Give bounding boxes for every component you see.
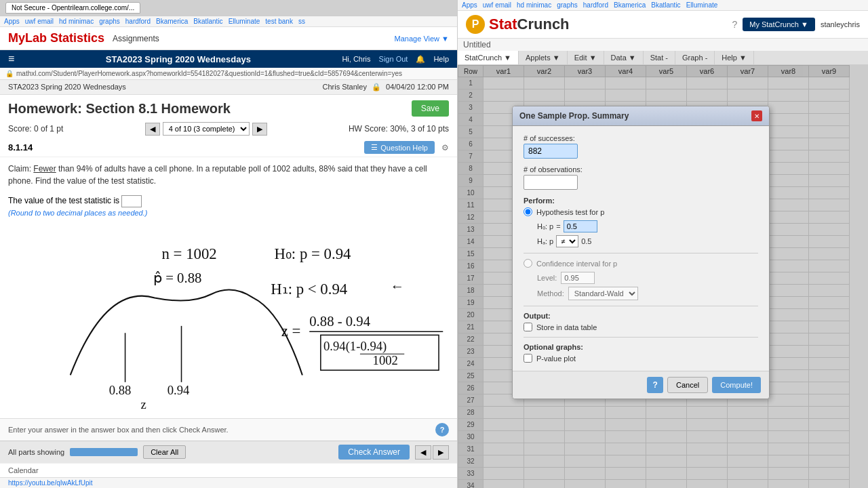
- prev-question-btn[interactable]: ◀: [145, 123, 160, 136]
- sc-bookmark-bkatlantic[interactable]: Bkatlantic: [651, 1, 680, 9]
- url-text[interactable]: mathxl.com/Student/PlayerHomework.aspx?h…: [16, 70, 452, 77]
- sc-header-right: ? My StatCrunch ▼ stanleychris: [732, 18, 860, 31]
- menu-help[interactable]: Help ▼: [715, 51, 754, 64]
- gear-icon[interactable]: ⚙: [441, 143, 449, 152]
- store-in-table-checkbox[interactable]: [524, 323, 532, 331]
- left-panel: Not Secure - Opentrilearn.college.com/..…: [0, 0, 458, 488]
- bookmark-apps[interactable]: Apps: [4, 18, 20, 25]
- observations-input[interactable]: [524, 175, 578, 190]
- h0-label: H₀: p: [537, 222, 553, 231]
- menu-applets[interactable]: Applets ▼: [519, 51, 568, 64]
- h0-equals: =: [556, 222, 560, 230]
- calendar-item[interactable]: Calendar: [0, 463, 457, 477]
- next-question-btn[interactable]: ▶: [252, 123, 267, 136]
- h0-value-input[interactable]: [564, 220, 597, 232]
- menu-stat[interactable]: Stat -: [644, 51, 675, 64]
- ha-operator-select[interactable]: ≠ < >: [556, 235, 578, 247]
- test-value-prefix: The value of the test statistic is: [8, 196, 119, 205]
- menu-edit[interactable]: Edit ▼: [568, 51, 604, 64]
- hi-chris: Hi, Chris: [342, 55, 370, 63]
- modal-footer: ? Cancel Compute!: [513, 371, 769, 399]
- svg-text:z: z: [140, 397, 146, 411]
- save-button[interactable]: Save: [412, 100, 449, 117]
- mylab-nav: Assignments: [113, 34, 159, 43]
- p-value-plot-checkbox[interactable]: [524, 354, 532, 363]
- bookmark-graphs[interactable]: graphs: [99, 18, 120, 25]
- assignments-link[interactable]: Assignments: [113, 34, 159, 43]
- claim-text: Claim: Fewer than 94% of adults have a c…: [0, 157, 457, 192]
- successes-input[interactable]: [524, 144, 578, 159]
- answer-input-box[interactable]: [121, 195, 142, 207]
- bookmark-hardford[interactable]: hardford: [125, 18, 151, 25]
- answer-help-icon[interactable]: ?: [435, 423, 449, 436]
- sc-bookmark-bkamerica[interactable]: Bkamerica: [614, 1, 646, 9]
- svg-text:1002: 1002: [373, 353, 398, 367]
- p-value-plot-label: P-value plot: [536, 354, 576, 363]
- check-answer-button[interactable]: Check Answer: [338, 445, 410, 460]
- question-select[interactable]: 4 of 10 (3 complete): [163, 122, 250, 136]
- method-select[interactable]: Standard-Wald: [568, 287, 638, 300]
- mylab-header: MyLab Statistics Assignments Manage View…: [0, 27, 457, 50]
- modal-close-button[interactable]: ✕: [751, 110, 762, 121]
- all-parts-label: All parts showing: [8, 448, 64, 456]
- modal-help-button[interactable]: ?: [647, 377, 663, 393]
- method-label: Method:: [537, 289, 564, 298]
- sc-bookmark-hd[interactable]: hd minimac: [517, 1, 551, 9]
- bookmark-testbank[interactable]: test bank: [265, 18, 293, 25]
- modal-cancel-button[interactable]: Cancel: [667, 377, 708, 393]
- handwriting-area: n = 1002 p̂ = 0.88 H₀: p = 0.94 H₁: p < …: [0, 220, 457, 418]
- divider-2: [524, 306, 758, 306]
- hypothesis-radio[interactable]: [524, 207, 532, 216]
- menu-statcrunch[interactable]: StatCrunch ▼: [458, 51, 519, 64]
- sign-out-link[interactable]: Sign Out: [379, 55, 408, 63]
- browser-tabs: Not Secure - Opentrilearn.college.com/..…: [0, 0, 457, 16]
- top-nav: ≡ STA2023 Spring 2020 Wednesdays Hi, Chr…: [0, 50, 457, 68]
- modal-compute-button[interactable]: Compute!: [712, 377, 761, 393]
- sc-bookmark-hardford[interactable]: hardford: [583, 1, 608, 9]
- clear-all-button[interactable]: Clear All: [143, 445, 186, 459]
- bookmark-bkamerica[interactable]: Bkamerica: [156, 18, 188, 25]
- svg-text:z =: z =: [281, 323, 301, 340]
- menu-graph[interactable]: Graph -: [675, 51, 715, 64]
- one-sample-prop-modal: One Sample Prop. Summary ✕ # of successe…: [512, 106, 770, 399]
- help-link[interactable]: Help: [433, 55, 449, 63]
- bookmark-elluminate[interactable]: Elluminate: [229, 18, 260, 25]
- bookmark-ss[interactable]: ss: [298, 18, 305, 25]
- sc-help-icon[interactable]: ?: [732, 19, 737, 30]
- next-btn[interactable]: ▶: [433, 445, 449, 460]
- svg-text:n = 1002: n = 1002: [161, 245, 216, 262]
- sc-bookmark-graphs[interactable]: graphs: [557, 1, 578, 9]
- confidence-radio-row: Confidence interval for p: [524, 259, 758, 268]
- observations-label: # of observations:: [524, 165, 758, 174]
- store-in-table-label: Store in data table: [536, 323, 597, 331]
- confidence-level-input[interactable]: [561, 272, 595, 284]
- hypothesis-radio-label: Hypothesis test for p: [536, 208, 604, 216]
- modal-body: # of successes: # of observations: Perfo…: [513, 126, 769, 371]
- statcrunch-logo-icon: P: [466, 15, 485, 34]
- menu-data[interactable]: Data ▼: [604, 51, 644, 64]
- svg-text:←: ←: [390, 279, 404, 293]
- handwriting-svg: n = 1002 p̂ = 0.88 H₀: p = 0.94 H₁: p < …: [0, 220, 457, 418]
- sc-bookmark-uwf[interactable]: uwf email: [483, 1, 511, 9]
- question-help-button[interactable]: ☰ Question Help: [364, 141, 435, 154]
- bookmark-bkatlantic[interactable]: Bkatlantic: [193, 18, 222, 25]
- bookmark-uwf[interactable]: uwf email: [25, 18, 54, 25]
- browser-tab[interactable]: Not Secure - Opentrilearn.college.com/..…: [5, 2, 140, 14]
- left-bookmarks-bar: Apps uwf email hd minimac graphs hardfor…: [0, 16, 457, 27]
- sc-bookmark-elluminate[interactable]: Elluminate: [686, 1, 718, 9]
- my-statcrunch-button[interactable]: My StatCrunch ▼: [743, 18, 815, 31]
- level-label: Level:: [537, 274, 557, 282]
- menu-icon[interactable]: ≡: [8, 53, 14, 65]
- optional-graphs-label: Optional graphs:: [524, 343, 758, 351]
- course-name: STA2023 Spring 2020 Wednesdays: [8, 83, 126, 92]
- confidence-radio[interactable]: [524, 259, 532, 268]
- confidence-level-row: Level:: [537, 272, 758, 284]
- ha-row: Hₐ: p ≠ < > 0.5: [537, 235, 758, 247]
- manage-view[interactable]: Manage View ▼: [395, 35, 449, 43]
- bookmark-hd[interactable]: hd minimac: [59, 18, 94, 25]
- sc-bookmark-apps[interactable]: Apps: [462, 1, 477, 9]
- prev-next-buttons: ◀ ▶: [415, 445, 449, 460]
- svg-text:H₁: p < 0.94: H₁: p < 0.94: [271, 281, 348, 298]
- notification-icon[interactable]: 🔔: [416, 55, 425, 64]
- prev-btn[interactable]: ◀: [415, 445, 431, 460]
